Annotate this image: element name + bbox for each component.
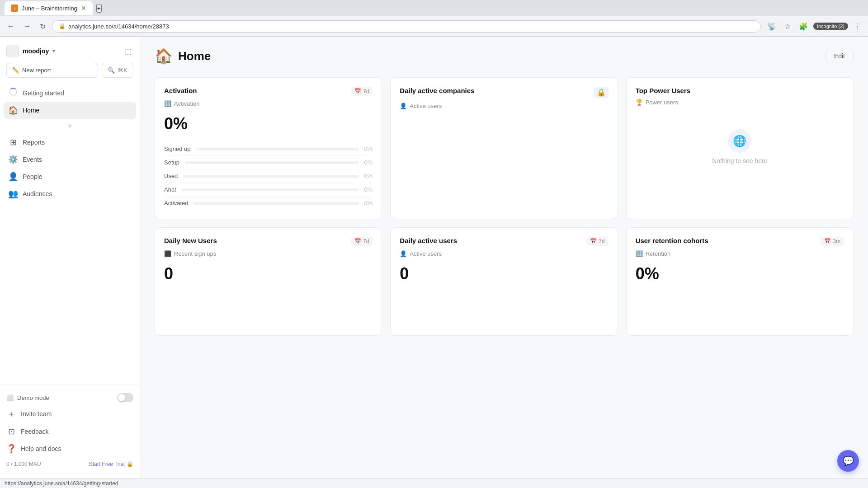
extensions-icon[interactable]: 🧩: [796, 20, 811, 33]
incognito-badge[interactable]: Incognito (2): [813, 23, 848, 30]
sidebar-header: moodjoy ▾ ⬚: [0, 42, 140, 63]
search-icon: 🔍: [108, 67, 115, 74]
reload-button[interactable]: ↻: [37, 20, 48, 33]
row-bar: [183, 175, 359, 178]
bookmark-icon[interactable]: ☆: [782, 20, 793, 33]
row-label: Activated: [164, 200, 188, 206]
browser-tab[interactable]: J June – Brainstorming ✕: [5, 1, 93, 15]
new-report-icon: ✏️: [12, 67, 19, 74]
lock-icon: 🔒: [597, 89, 606, 96]
daily-active-companies-card: Daily active companies 🔒 👤 Active users: [390, 77, 618, 219]
workspace-avatar: [6, 45, 19, 57]
calendar-icon: 📅: [354, 88, 361, 94]
card-subtitle: 👤 Active users: [400, 103, 608, 109]
card-value: 0%: [164, 114, 373, 133]
sidebar-item-help[interactable]: ❓ Help and docs: [6, 440, 133, 457]
events-icon: ⚙️: [8, 155, 18, 164]
audiences-icon: 👥: [8, 189, 18, 199]
mau-text: 0 / 1,000 MAU: [6, 461, 41, 467]
sidebar-item-getting-started[interactable]: Getting started: [4, 84, 136, 102]
dashboard-grid: Activation 📅 7d 🔢 Activation 0% Signed u…: [155, 77, 854, 336]
add-item-button[interactable]: +: [4, 119, 136, 134]
chat-fab-button[interactable]: 💬: [837, 450, 859, 472]
people-icon: 👤: [8, 172, 18, 182]
retention-icon: 🔢: [636, 250, 643, 257]
card-subtitle-text: Active users: [410, 103, 442, 109]
calendar-icon: 📅: [824, 238, 831, 244]
lock-badge: 🔒: [594, 87, 609, 98]
sidebar-item-audiences[interactable]: 👥 Audiences: [4, 185, 136, 202]
sidebar-item-label: Getting started: [23, 89, 132, 97]
sidebar-item-label: Audiences: [23, 190, 132, 197]
sidebar-collapse-button[interactable]: ⬚: [123, 45, 133, 57]
forward-button[interactable]: →: [21, 20, 33, 32]
card-value: 0: [400, 264, 608, 283]
card-rows: Signed up 0% Setup 0% Used 0%: [164, 142, 373, 210]
people-sub-icon: 👤: [400, 250, 407, 257]
sidebar-item-label: Feedback: [21, 428, 129, 435]
sidebar-footer: ⬜ Demo mode ＋ Invite team ⊡ Feedback ❓ H…: [0, 385, 140, 473]
sidebar-actions: ✏️ New report 🔍 ⌘K: [0, 63, 140, 83]
start-trial-label: Start Free Trial: [89, 461, 125, 467]
mau-bar: 0 / 1,000 MAU Start Free Trial 🔒: [6, 461, 133, 467]
table-row: Used 0%: [164, 169, 373, 183]
sidebar-item-feedback[interactable]: ⊡ Feedback: [6, 423, 133, 440]
browser-toolbar: ← → ↻ 🔒 analytics.june.so/a/14634/home/2…: [0, 16, 868, 36]
edit-button[interactable]: Edit: [826, 49, 854, 63]
sidebar-item-invite-team[interactable]: ＋ Invite team: [6, 405, 133, 423]
browser-titlebar: J June – Brainstorming ✕ +: [0, 0, 868, 16]
card-badge: 📅 7d: [351, 87, 373, 96]
page-title: Home: [178, 49, 211, 63]
feedback-icon: ⊡: [6, 427, 16, 436]
sidebar-item-home[interactable]: 🏠 Home: [4, 102, 136, 119]
tab-close-button[interactable]: ✕: [81, 5, 86, 12]
blue-dot-icon: ⬛: [164, 250, 171, 257]
workspace-selector[interactable]: moodjoy ▾: [6, 45, 55, 57]
back-button[interactable]: ←: [5, 20, 17, 32]
row-bar: [185, 161, 359, 164]
demo-mode-toggle[interactable]: [117, 393, 133, 402]
row-value: 0%: [364, 186, 373, 193]
sidebar-item-label: People: [23, 173, 132, 180]
search-button[interactable]: 🔍 ⌘K: [102, 63, 133, 78]
row-value: 0%: [364, 159, 373, 166]
table-row: Aha! 0%: [164, 183, 373, 197]
sidebar-item-label: Reports: [23, 139, 132, 146]
card-subtitle-text: Active users: [410, 250, 442, 257]
demo-mode-row: ⬜ Demo mode: [6, 390, 133, 405]
browser-chrome: J June – Brainstorming ✕ + ← → ↻ 🔒 analy…: [0, 0, 868, 37]
card-subtitle: 👤 Active users: [400, 250, 608, 257]
daily-new-users-card: Daily New Users 📅 7d ⬛ Recent sign ups 0: [155, 227, 382, 336]
row-bar: [196, 148, 359, 150]
card-header: User retention cohorts 📅 3m: [636, 237, 844, 246]
badge-text: 7d: [599, 238, 604, 244]
cast-icon[interactable]: 📡: [764, 20, 779, 33]
nothing-state: 🌐 Nothing to see here: [636, 113, 844, 181]
top-power-users-card: Top Power Users 🏆 Power users 🌐 Nothing …: [626, 77, 854, 219]
address-bar[interactable]: 🔒 analytics.june.so/a/14634/home/28873: [52, 20, 761, 33]
row-label: Aha!: [164, 186, 176, 193]
card-badge: 📅 3m: [821, 237, 844, 246]
row-value: 0%: [364, 200, 373, 206]
card-subtitle-text: Retention: [646, 250, 671, 257]
card-subtitle: ⬛ Recent sign ups: [164, 250, 373, 257]
new-report-button[interactable]: ✏️ New report: [6, 63, 98, 78]
activation-card: Activation 📅 7d 🔢 Activation 0% Signed u…: [155, 77, 382, 219]
tab-favicon: J: [11, 5, 18, 12]
card-subtitle: 🔢 Activation: [164, 100, 373, 107]
lock-icon: 🔒: [127, 461, 133, 467]
row-label: Used: [164, 173, 178, 179]
trophy-icon: 🏆: [636, 99, 643, 106]
sidebar-item-people[interactable]: 👤 People: [4, 168, 136, 185]
chat-icon: 💬: [843, 455, 854, 466]
start-trial-button[interactable]: Start Free Trial 🔒: [89, 461, 133, 467]
card-title: Activation: [164, 87, 197, 94]
sidebar-item-events[interactable]: ⚙️ Events: [4, 151, 136, 168]
card-title: User retention cohorts: [636, 237, 708, 244]
more-options-icon[interactable]: ⋮: [851, 20, 863, 33]
sidebar-item-reports[interactable]: ⊞ Reports: [4, 134, 136, 151]
reports-icon: ⊞: [8, 137, 18, 147]
card-value: 0%: [636, 264, 844, 283]
new-tab-button[interactable]: +: [96, 4, 102, 13]
people-sub-icon: 👤: [400, 103, 407, 109]
